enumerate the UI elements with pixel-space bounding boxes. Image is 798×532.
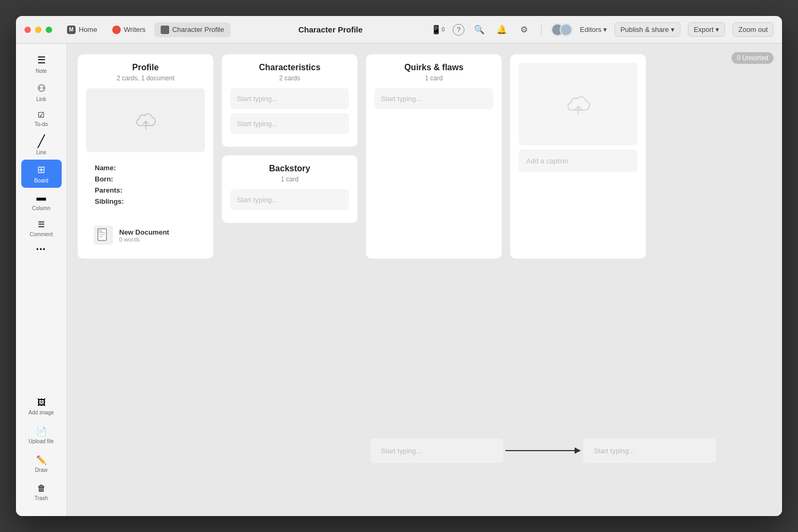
publish-share-button[interactable]: Publish & share ▾ — [614, 22, 680, 37]
todo-icon: ☑ — [38, 111, 45, 119]
profile-fields-card: Name: Born: Parents: Siblings: — [86, 156, 205, 216]
tab-home[interactable]: M Home — [61, 22, 104, 37]
todo-label: To-do — [35, 121, 48, 127]
backstory-title: Backstory — [230, 164, 349, 173]
sidebar-item-add-image[interactable]: 🖼 Add image — [21, 394, 62, 420]
maximize-button[interactable] — [46, 27, 52, 33]
draw-icon: ✏️ — [36, 455, 47, 465]
line-icon: ╱ — [38, 136, 45, 147]
tab-character-profile[interactable]: Character Profile — [154, 22, 231, 37]
characteristics-card-1[interactable]: Start typing... — [230, 88, 349, 109]
floating-cards-row: Start typing... Start typing... — [370, 438, 716, 463]
quirks-placeholder: Start typing... — [381, 95, 487, 103]
tab-bar: M Home Writers Character Profile — [61, 22, 230, 37]
zoom-out-button[interactable]: Zoom out — [733, 22, 774, 37]
floating-card-left[interactable]: Start typing... — [370, 438, 503, 463]
backstory-card[interactable]: Start typing... — [230, 189, 349, 210]
upload-file-label: Upload file — [29, 438, 54, 444]
comment-icon: ☰ — [38, 220, 45, 229]
editors-button[interactable]: Editors ▾ — [580, 26, 607, 34]
doc-svg: T≡ — [97, 228, 109, 242]
sidebar-item-note[interactable]: ☰ Note — [21, 50, 62, 78]
backstory-placeholder: Start typing... — [237, 196, 343, 204]
image-upload-area[interactable] — [519, 63, 637, 145]
search-icon[interactable]: 🔍 — [472, 22, 487, 37]
sidebar-item-draw[interactable]: ✏️ Draw — [21, 451, 62, 477]
comment-label: Comment — [30, 231, 53, 237]
svg-text:T≡: T≡ — [99, 230, 102, 233]
link-label: Link — [36, 96, 46, 102]
sidebar-item-board[interactable]: ⊞ Board — [21, 160, 62, 188]
unsorted-badge[interactable]: 0 Unsorted — [732, 52, 774, 64]
quirks-column: Quirks & flaws 1 card Start typing... — [366, 54, 502, 259]
characteristics-subtitle: 2 cards — [230, 74, 349, 82]
sidebar-item-comment[interactable]: ☰ Comment — [21, 215, 62, 242]
characteristics-placeholder-1: Start typing... — [237, 95, 343, 103]
sidebar-item-trash[interactable]: 🗑 Trash — [21, 479, 62, 505]
sidebar-item-todo[interactable]: ☑ To-do — [21, 106, 62, 131]
floating-right-placeholder: Start typing... — [594, 447, 635, 455]
caption-placeholder: Add a caption — [526, 157, 569, 165]
siblings-field: Siblings: — [95, 197, 196, 205]
window-title: Character Profile — [230, 25, 430, 34]
characteristics-wrapper: Characteristics 2 cards Start typing... … — [222, 54, 358, 259]
upload-file-icon: 📄 — [36, 426, 47, 436]
character-tab-icon — [161, 26, 169, 34]
backstory-subtitle: 1 card — [230, 176, 349, 183]
characteristics-title: Characteristics — [230, 63, 349, 72]
settings-icon[interactable]: ⚙ — [517, 22, 531, 37]
sidebar-item-column[interactable]: ▬ Column — [21, 188, 62, 215]
sidebar-bottom: 🖼 Add image 📄 Upload file ✏️ Draw 🗑 Tras… — [21, 394, 62, 505]
board-icon: ⊞ — [37, 164, 45, 176]
profile-subtitle: 2 cards, 1 document — [86, 74, 205, 82]
cloud-upload-icon — [132, 109, 160, 132]
note-icon: ☰ — [37, 54, 46, 66]
export-button[interactable]: Export ▾ — [688, 22, 725, 37]
sidebar-item-more[interactable]: ••• — [21, 242, 62, 257]
titlebar-right: 📱0 ? 🔍 🔔 ⚙ Editors ▾ Publish & share ▾ E… — [430, 22, 774, 37]
board-label: Board — [34, 178, 48, 184]
quirks-subtitle: 1 card — [375, 74, 493, 82]
characteristics-column: Characteristics 2 cards Start typing... … — [222, 54, 358, 147]
titlebar: M Home Writers Character Profile Charact… — [16, 16, 782, 44]
more-icon: ••• — [36, 246, 46, 253]
document-info: New Document 0 words — [119, 228, 169, 243]
floating-card-right[interactable]: Start typing... — [583, 438, 716, 463]
add-image-icon: 🖼 — [37, 398, 46, 408]
add-image-label: Add image — [29, 410, 54, 415]
link-icon: ⚇ — [37, 82, 46, 94]
quirks-title: Quirks & flaws — [375, 63, 493, 72]
avatar-2 — [560, 23, 572, 36]
content-area: 0 Unsorted Profile 2 cards, 1 document — [67, 44, 782, 516]
home-tab-icon: M — [67, 26, 76, 34]
born-field: Born: — [95, 175, 196, 183]
editor-avatars — [551, 23, 572, 36]
sidebar-item-link[interactable]: ⚇ Link — [21, 78, 62, 106]
floating-left-placeholder: Start typing... — [381, 447, 422, 455]
draw-label: Draw — [35, 467, 47, 473]
close-button[interactable] — [24, 27, 31, 33]
image-caption-area[interactable]: Add a caption — [519, 149, 637, 172]
help-icon[interactable]: ? — [453, 24, 464, 36]
minimize-button[interactable] — [35, 27, 41, 33]
main-layout: ☰ Note ⚇ Link ☑ To-do ╱ Line ⊞ Board ▬ C… — [16, 44, 782, 516]
trash-icon: 🗑 — [37, 484, 46, 493]
bell-icon[interactable]: 🔔 — [494, 22, 509, 37]
parents-field: Parents: — [95, 186, 196, 194]
trash-label: Trash — [35, 495, 48, 501]
document-card[interactable]: T≡ New Document 0 words — [86, 220, 205, 250]
tab-writers[interactable]: Writers — [106, 22, 152, 37]
document-icon: T≡ — [94, 226, 113, 245]
profile-image-card[interactable] — [86, 88, 205, 152]
name-field: Name: — [95, 164, 196, 172]
sidebar: ☰ Note ⚇ Link ☑ To-do ╱ Line ⊞ Board ▬ C… — [16, 44, 67, 516]
traffic-lights — [24, 27, 52, 33]
sidebar-item-line[interactable]: ╱ Line — [21, 131, 62, 160]
tab-writers-label: Writers — [124, 26, 146, 34]
quirks-card[interactable]: Start typing... — [375, 88, 493, 109]
line-label: Line — [36, 149, 46, 155]
characteristics-card-2[interactable]: Start typing... — [230, 113, 349, 134]
sidebar-item-upload-file[interactable]: 📄 Upload file — [21, 422, 62, 448]
arrow-head — [575, 447, 581, 454]
mobile-icon[interactable]: 📱0 — [430, 22, 445, 37]
